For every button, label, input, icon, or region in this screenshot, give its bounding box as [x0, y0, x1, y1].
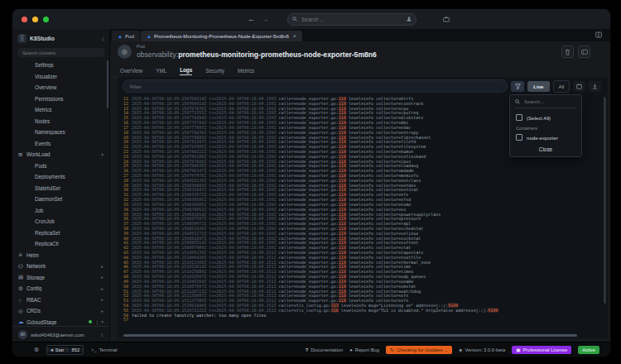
kebab-menu-icon[interactable]: ⋮ — [94, 319, 99, 325]
sidebar-item-overview[interactable]: Overview — [12, 82, 109, 93]
chevron-icon[interactable]: ▸ — [101, 275, 104, 280]
calendar-icon[interactable] — [573, 81, 585, 92]
sidebar-item-rbac[interactable]: ○RBAC▸ — [12, 295, 109, 306]
split-view-icon[interactable] — [595, 31, 602, 38]
sidebar-nav: SettingsVisualizerOverviewPermissionsMet… — [12, 59, 109, 326]
tab-yml[interactable]: YML — [156, 68, 166, 75]
sidebar-item-cronjob[interactable]: CronJob — [12, 216, 109, 228]
global-search-input[interactable] — [300, 16, 404, 23]
chevron-icon[interactable]: ▾ — [101, 152, 104, 157]
forward-icon[interactable]: → — [262, 15, 269, 23]
pod-name: prometheus-monitoring-prometheus-node-ex… — [178, 50, 377, 59]
live-logs-button[interactable]: Live — [527, 81, 549, 92]
sidebar-item-label: Deployments — [35, 174, 104, 180]
log-line-text: failed to create fanotify watcher: too m… — [132, 314, 267, 318]
select-all-option[interactable]: (Select All) — [510, 112, 581, 123]
search-filter-icon[interactable] — [407, 17, 412, 22]
tab-security[interactable]: Security — [205, 68, 224, 75]
terminal-label: Terminal — [99, 347, 118, 352]
sidebar-item-replicaset[interactable]: ReplicaSet — [12, 228, 109, 239]
zoom-window-button[interactable] — [43, 17, 49, 22]
sidebar-item-deployments[interactable]: Deployments — [12, 171, 109, 183]
sidebar-item-nodes[interactable]: Nodes — [12, 116, 109, 127]
log-caller-line: 118 — [339, 284, 346, 289]
download-logs-icon[interactable] — [589, 81, 601, 92]
tab-overview[interactable]: OverView — [120, 68, 142, 75]
status-license[interactable]: ▣Professional License — [512, 346, 571, 354]
sidebar-item-pods[interactable]: Pods — [12, 160, 109, 172]
user-account[interactable]: WI wikid40463@aersm.com ↕ — [12, 326, 109, 342]
sidebar-item-namespaces[interactable]: Namespaces — [12, 127, 109, 138]
chevron-icon[interactable]: ▸ — [101, 297, 104, 302]
sidebar-item-label: Visualizer — [35, 74, 104, 79]
status-updates[interactable]: ↻Checking for Updates ... — [386, 346, 452, 354]
minimize-window-button[interactable] — [32, 17, 38, 22]
settings-gear-icon[interactable]: ⚙ — [34, 347, 39, 353]
sidebar-item-daemonset[interactable]: DaemonSet — [12, 194, 109, 205]
log-vertical-scrollbar[interactable] — [604, 97, 606, 304]
cluster-search[interactable] — [17, 48, 104, 57]
log-caller-line: 118 — [339, 255, 346, 260]
global-search[interactable] — [287, 13, 416, 26]
sidebar-item-label: Storage — [26, 275, 101, 280]
chevron-icon[interactable]: ▸ — [101, 264, 104, 269]
snapshot-icon[interactable] — [443, 17, 450, 22]
sidebar-item-storage[interactable]: ▤Storage▸ — [12, 272, 109, 284]
config-icon: ⚙ — [18, 285, 26, 292]
container-search-input[interactable] — [522, 98, 576, 105]
log-horizontal-scrollbar[interactable] — [123, 334, 577, 337]
status-documentation[interactable]: ?Documentation — [306, 347, 344, 352]
all-logs-button[interactable]: All — [553, 80, 570, 93]
chevron-icon[interactable]: ▸ — [101, 286, 104, 291]
sidebar-item-label: ReplicaSet — [35, 230, 104, 236]
cluster-search-input[interactable] — [21, 50, 101, 56]
sidebar-collapse-icon[interactable]: ↕ — [102, 36, 105, 41]
sidebar-item-label: WorkLoad — [26, 151, 101, 157]
container-option-node-exporter[interactable]: node-exporter — [510, 132, 581, 143]
tab-logs[interactable]: Logs — [180, 67, 192, 75]
terminal-toggle[interactable]: >_ Terminal — [91, 347, 118, 352]
sidebar-item-permissions[interactable]: Permissions — [12, 93, 109, 105]
back-icon[interactable]: ← — [248, 15, 255, 23]
status-report-bug[interactable]: ●Report Bug — [349, 347, 379, 352]
crds-icon: ◎ — [18, 308, 26, 314]
status-version[interactable]: ◈Version: 3.0.0-beta — [459, 347, 505, 352]
log-filter-input[interactable] — [128, 83, 502, 90]
tab-prometheus-monitoring-prometheus-node-exporter-5m8n6[interactable]: ▲Prometheus-Monitoring-Prometheus-Node-E… — [141, 31, 302, 41]
log-filter[interactable] — [123, 79, 508, 93]
tab-pod[interactable]: ▲Pod — [112, 31, 140, 41]
sidebar-item-config[interactable]: ⚙Config▸ — [12, 283, 109, 295]
log-message: level=info msg="TLS is disabled." http2=… — [339, 308, 489, 313]
sidebar-item-helm[interactable]: ⎈Helm — [12, 250, 109, 261]
close-tab-icon[interactable]: × — [293, 33, 296, 39]
exec-terminal-button[interactable] — [578, 46, 590, 58]
chevron-icon[interactable]: ▸ — [101, 309, 104, 314]
container-filter-button[interactable] — [511, 81, 524, 92]
sidebar-item-workload[interactable]: ⊞WorkLoad▾ — [12, 149, 109, 160]
delete-pod-button[interactable] — [561, 46, 574, 58]
close-dropdown-button[interactable]: Close — [510, 143, 581, 154]
status-active-status[interactable]: Active — [578, 346, 599, 354]
container-checkbox[interactable] — [516, 134, 522, 141]
log-caller-line: 118 — [339, 125, 346, 130]
container-search[interactable] — [515, 98, 576, 108]
sidebar-item-metrics[interactable]: Metrics — [12, 104, 109, 116]
sidebar-item-crds[interactable]: ◎CRDs▸ — [12, 305, 109, 317]
sidebar-item-gcloudstage[interactable]: ☁GcloudStage⋮▾ — [12, 317, 109, 327]
sidebar-item-events[interactable]: Events — [12, 138, 109, 150]
log-port: 9100 — [488, 308, 498, 313]
status-label: Report Bug — [355, 347, 379, 352]
sidebar-item-visualizer[interactable]: Visualizer — [12, 71, 109, 83]
close-window-button[interactable] — [22, 17, 27, 22]
sidebar-item-replicactl[interactable]: ReplicaCtl — [12, 238, 109, 250]
github-star-badge[interactable]: ●Star 852 — [46, 345, 84, 355]
sidebar-scrollbar[interactable] — [107, 60, 108, 108]
sidebar-item-job[interactable]: Job — [12, 205, 109, 217]
select-all-checkbox[interactable] — [516, 114, 522, 121]
chevron-icon[interactable]: ▾ — [101, 319, 104, 324]
sidebar-item-network[interactable]: ⌬Network▸ — [12, 261, 109, 272]
account-switcher-icon[interactable]: ↕ — [101, 332, 104, 338]
tab-metrics[interactable]: Metrics — [238, 68, 254, 75]
sidebar-item-settings[interactable]: Settings — [12, 60, 109, 71]
sidebar-item-statefulset[interactable]: StatefulSet — [12, 183, 109, 194]
